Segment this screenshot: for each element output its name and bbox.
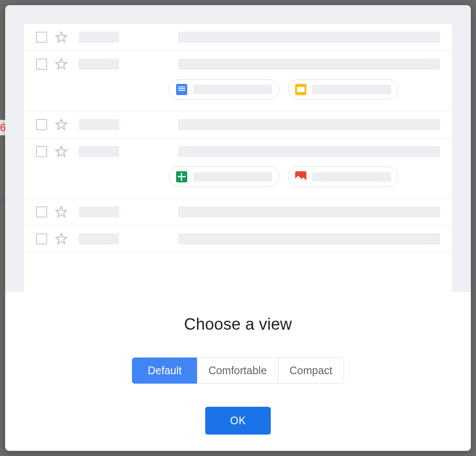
attachment-chip	[288, 167, 398, 187]
star-icon	[55, 31, 68, 44]
star-icon	[55, 206, 68, 218]
sender-placeholder	[79, 119, 119, 130]
subject-placeholder	[178, 146, 440, 157]
preview-row	[24, 226, 452, 253]
svg-marker-0	[56, 32, 67, 42]
subject-placeholder	[178, 59, 440, 70]
sender-placeholder	[79, 206, 119, 218]
attachment-name-placeholder	[193, 172, 272, 182]
checkbox-icon	[36, 32, 47, 43]
attachment-name-placeholder	[312, 85, 391, 94]
svg-marker-5	[56, 234, 67, 244]
preview-row	[24, 111, 452, 138]
star-icon	[55, 232, 68, 245]
sender-placeholder	[79, 32, 119, 43]
choose-view-dialog: Choose a view Default Comfortable Compac…	[5, 5, 471, 451]
attachment-chip	[288, 79, 398, 100]
google-doc-icon	[176, 84, 187, 95]
option-compact[interactable]: Compact	[278, 358, 344, 384]
preview-row	[24, 51, 452, 111]
svg-marker-4	[56, 207, 67, 217]
checkbox-icon	[36, 206, 47, 218]
preview-row	[24, 24, 452, 51]
dialog-title: Choose a view	[184, 315, 292, 334]
star-icon	[55, 58, 68, 71]
attachment-chip	[169, 79, 279, 100]
attachment-name-placeholder	[312, 172, 391, 182]
subject-placeholder	[178, 119, 440, 130]
option-comfortable[interactable]: Comfortable	[197, 358, 278, 384]
density-preview	[5, 5, 471, 292]
preview-row	[24, 138, 452, 199]
attachment-chips	[169, 79, 440, 100]
subject-placeholder	[178, 233, 440, 244]
google-slides-icon	[295, 84, 306, 95]
checkbox-icon	[36, 59, 47, 70]
subject-placeholder	[178, 206, 440, 218]
sender-placeholder	[79, 59, 119, 70]
attachment-chip	[169, 167, 279, 187]
sender-placeholder	[79, 233, 119, 244]
star-icon	[55, 145, 68, 158]
view-density-options: Default Comfortable Compact	[132, 358, 344, 384]
dialog-controls: Choose a view Default Comfortable Compac…	[5, 292, 471, 451]
sender-placeholder	[79, 146, 119, 157]
ok-button[interactable]: OK	[205, 407, 271, 435]
svg-marker-1	[56, 59, 67, 69]
attachment-name-placeholder	[193, 85, 272, 94]
subject-placeholder	[178, 32, 440, 43]
image-icon	[295, 171, 306, 182]
google-sheets-icon	[176, 171, 187, 182]
svg-marker-3	[56, 146, 67, 157]
star-icon	[55, 118, 68, 131]
preview-row	[24, 199, 452, 226]
checkbox-icon	[36, 233, 47, 244]
checkbox-icon	[36, 119, 47, 130]
svg-marker-2	[56, 119, 67, 130]
preview-message-list	[24, 24, 452, 292]
checkbox-icon	[36, 146, 47, 157]
option-default[interactable]: Default	[132, 358, 197, 384]
attachment-chips	[169, 167, 440, 187]
